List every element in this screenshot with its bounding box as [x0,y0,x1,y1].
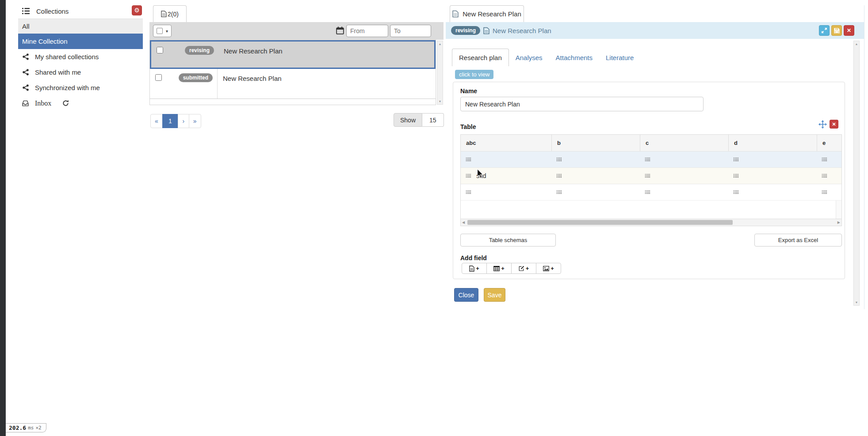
add-edit-field-button[interactable]: + [511,263,536,274]
row-checkbox[interactable] [155,74,162,81]
column-header[interactable]: e [817,135,841,151]
column-header[interactable]: c [640,135,728,151]
drag-handle-icon[interactable] [822,190,827,194]
scroll-down-icon[interactable]: ▼ [854,301,859,304]
pagination-first-button[interactable]: « [150,114,163,128]
drag-handle-icon[interactable] [822,174,827,178]
table-row[interactable] [461,152,841,168]
scroll-down-icon[interactable]: ▼ [437,100,443,103]
drag-handle-icon[interactable] [645,157,650,162]
scrollbar-thumb[interactable] [467,220,733,225]
column-header[interactable]: b [551,135,640,151]
sidebar-item-inbox[interactable]: Inbox [18,95,143,111]
drag-handle-icon[interactable] [466,190,471,194]
table-row[interactable]: sad [461,168,841,184]
drag-handle-icon[interactable] [822,157,827,162]
list-item-title[interactable]: New Research Plan [217,69,436,99]
pagination: « 1 › » [150,114,201,128]
tab-label: New Research Plan [463,10,521,18]
click-to-view-badge[interactable]: click to view [455,70,493,79]
plus-icon: + [501,265,505,272]
add-text-field-button[interactable]: + [462,263,487,274]
list-vertical-scrollbar[interactable]: ▲ ▼ [437,41,443,105]
gear-icon[interactable]: ⚙ [132,5,142,15]
date-from-input[interactable] [346,25,388,37]
profiler-unit: ms [28,425,34,431]
drag-handle-icon[interactable] [733,190,739,194]
select-all-dropdown[interactable]: ▾ [153,25,172,37]
move-icon[interactable] [818,120,827,129]
save-button[interactable]: Save [484,288,505,302]
sidebar-item-synchronized-with-me[interactable]: Synchronized with me [18,80,143,95]
pagination-page-1-button[interactable]: 1 [162,114,178,128]
date-to-input[interactable] [390,25,431,37]
row-checkbox[interactable] [157,47,163,53]
drag-handle-icon[interactable] [733,157,739,162]
profiler-badge[interactable]: 202.6 ms ×2 [6,423,46,432]
sidebar-item-mine-collection[interactable]: Mine Collection [18,34,143,49]
sidebar-item-label: My shared collections [35,53,99,61]
drag-handle-icon[interactable] [733,174,739,178]
pagination-last-button[interactable]: » [189,114,201,128]
sidebar-item-all[interactable]: All [18,19,143,34]
export-as-excel-button[interactable]: Export as Excel [754,234,842,246]
add-table-field-button[interactable]: + [486,263,512,274]
sidebar-item-label: Inbox [35,99,51,107]
document-icon [469,265,474,272]
drag-handle-icon[interactable] [466,174,471,178]
table-schemas-button[interactable]: Table schemas [460,234,556,246]
list-icon [22,8,30,14]
drag-handle-icon[interactable] [556,190,562,194]
profiler-time: 202.6 [9,425,26,431]
close-button[interactable]: Close [454,288,478,302]
plus-icon: + [476,265,479,272]
window-edge-strip [0,0,6,436]
table-icon [493,266,500,271]
profiler-count: ×2 [35,425,41,431]
scroll-up-icon[interactable]: ▲ [854,42,859,45]
tab-research-plan[interactable]: Research plan [452,49,509,66]
detail-vertical-scrollbar[interactable]: ▲ ▼ [853,41,860,306]
tab-new-research-plan[interactable]: New Research Plan [450,5,524,22]
drag-handle-icon[interactable] [466,157,471,162]
select-all-checkbox[interactable] [157,28,163,34]
show-button[interactable]: Show [394,113,422,127]
page-size-value[interactable]: 15 [422,113,444,127]
scroll-right-icon[interactable]: ▶ [837,220,840,224]
sidebar-item-shared-with-me[interactable]: Shared with me [18,64,143,80]
name-input[interactable] [460,97,704,111]
status-badge: revising [185,46,214,55]
tab-analyses[interactable]: Analyses [509,49,549,66]
list-item[interactable]: revising New Research Plan [150,40,436,69]
column-header[interactable]: abc [461,135,551,151]
drag-handle-icon[interactable] [645,190,650,194]
list-item[interactable]: submitted New Research Plan [150,69,436,99]
research-plan-form: Name Table ✕ abc b c d e [453,82,845,279]
pagination-next-button[interactable]: › [178,114,189,128]
drag-handle-icon[interactable] [556,174,562,178]
expand-button[interactable] [819,25,830,36]
table-row[interactable] [461,184,841,201]
tab-document-count[interactable]: 2(0) [153,5,187,22]
tab-literature[interactable]: Literature [599,49,640,66]
scroll-left-icon[interactable]: ◀ [462,220,465,224]
document-icon [483,27,489,34]
plus-icon: + [551,265,554,272]
column-header[interactable]: d [728,135,817,151]
remove-table-button[interactable]: ✕ [830,120,838,129]
cell-value[interactable]: sad [476,172,486,179]
tab-attachments[interactable]: Attachments [549,49,599,66]
close-icon[interactable]: ✕ [844,25,854,36]
table-vertical-scrollbar[interactable] [836,201,841,219]
list-item-meta: submitted [150,69,217,99]
research-plan-list: revising New Research Plan submitted New… [149,40,436,105]
table-horizontal-scrollbar[interactable]: ◀ ▶ [461,219,841,226]
add-image-field-button[interactable]: + [536,263,561,274]
drag-handle-icon[interactable] [645,174,650,178]
sidebar-item-my-shared-collections[interactable]: My shared collections [18,49,143,64]
refresh-icon[interactable] [62,100,69,106]
scroll-up-icon[interactable]: ▲ [437,42,443,45]
drag-handle-icon[interactable] [556,157,562,162]
list-item-title[interactable]: New Research Plan [218,42,434,68]
save-icon-button[interactable] [831,25,842,36]
